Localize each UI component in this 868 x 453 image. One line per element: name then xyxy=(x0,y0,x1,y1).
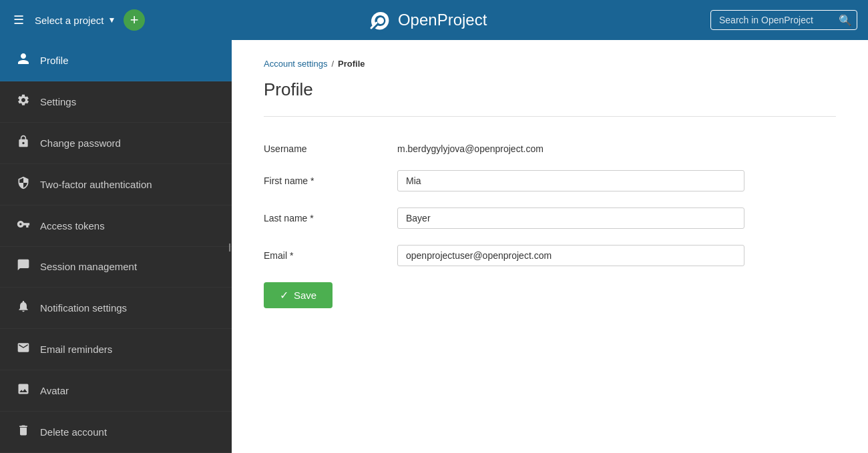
sidebar-item-settings-label: Settings xyxy=(40,96,76,107)
firstname-label: First name * xyxy=(264,170,397,186)
content-area: Account settings / Profile Profile Usern… xyxy=(232,40,868,453)
sidebar-item-delete-account-label: Delete account xyxy=(40,426,107,438)
sidebar-item-email-reminders[interactable]: Email reminders xyxy=(0,329,232,370)
sidebar-item-access-tokens[interactable]: Access tokens xyxy=(0,205,232,247)
session-icon xyxy=(16,258,31,275)
trash-icon xyxy=(16,424,31,440)
sidebar-item-two-factor-label: Two-factor authentication xyxy=(40,179,152,190)
breadcrumb-parent-link[interactable]: Account settings xyxy=(264,59,327,69)
sidebar-item-access-tokens-label: Access tokens xyxy=(40,220,105,232)
firstname-row: First name * xyxy=(264,170,836,191)
sidebar-item-settings[interactable]: Settings xyxy=(0,81,232,123)
project-selector-label: Select a project xyxy=(35,15,103,26)
main-layout: Profile Settings Change password Two-fac… xyxy=(0,40,868,453)
checkmark-icon: ✓ xyxy=(280,289,288,302)
email-row: Email * xyxy=(264,245,836,266)
user-icon xyxy=(16,52,31,69)
topnav-left: ☰ Select a project ▼ + xyxy=(11,9,145,31)
sidebar-resize-handle[interactable]: || xyxy=(226,234,232,260)
openproject-logo: OpenProject xyxy=(369,9,487,31)
sidebar-item-avatar-label: Avatar xyxy=(40,385,69,396)
breadcrumb: Account settings / Profile xyxy=(264,59,836,69)
sidebar-item-change-password-label: Change password xyxy=(40,137,121,149)
logo-icon xyxy=(369,9,393,31)
lastname-input[interactable] xyxy=(397,207,744,229)
chevron-down-icon: ▼ xyxy=(107,15,116,25)
page-title: Profile xyxy=(264,79,836,100)
sidebar-item-profile[interactable]: Profile xyxy=(0,40,232,81)
breadcrumb-current: Profile xyxy=(338,59,365,69)
shield-icon xyxy=(16,176,31,193)
sidebar-item-notification-settings-label: Notification settings xyxy=(40,302,127,314)
lock-icon xyxy=(16,135,31,151)
hamburger-icon[interactable]: ☰ xyxy=(11,10,27,30)
username-label: Username xyxy=(264,138,397,154)
bell-icon xyxy=(16,300,31,316)
sidebar-item-two-factor[interactable]: Two-factor authentication xyxy=(0,164,232,205)
username-row: Username m.berdygylyjova@openproject.com xyxy=(264,138,836,154)
sidebar-item-session-management-label: Session management xyxy=(40,261,137,272)
sidebar-item-change-password[interactable]: Change password xyxy=(0,123,232,164)
sidebar-item-delete-account[interactable]: Delete account xyxy=(0,412,232,453)
sidebar-item-notification-settings[interactable]: Notification settings xyxy=(0,288,232,329)
key-icon xyxy=(16,217,31,234)
image-icon xyxy=(16,382,31,399)
search-wrapper: 🔍 xyxy=(710,10,857,30)
email-icon xyxy=(16,341,31,358)
email-label: Email * xyxy=(264,245,397,261)
save-label: Save xyxy=(294,290,316,301)
sidebar-item-profile-label: Profile xyxy=(40,55,69,66)
sidebar-item-email-reminders-label: Email reminders xyxy=(40,344,112,355)
lastname-row: Last name * xyxy=(264,207,836,229)
sidebar: Profile Settings Change password Two-fac… xyxy=(0,40,232,453)
topnav-right: 🔍 xyxy=(710,10,857,30)
username-value: m.berdygylyjova@openproject.com xyxy=(397,138,544,154)
sidebar-item-avatar[interactable]: Avatar xyxy=(0,370,232,412)
divider xyxy=(264,116,836,117)
firstname-input[interactable] xyxy=(397,170,744,191)
search-input[interactable] xyxy=(710,10,857,30)
search-icon[interactable]: 🔍 xyxy=(839,14,852,27)
email-input[interactable] xyxy=(397,245,744,266)
add-project-button[interactable]: + xyxy=(124,9,145,31)
topnav-center: OpenProject xyxy=(145,9,710,31)
save-button[interactable]: ✓ Save xyxy=(264,282,333,308)
lastname-label: Last name * xyxy=(264,207,397,223)
project-selector[interactable]: Select a project ▼ xyxy=(35,15,116,26)
gear-icon xyxy=(16,93,31,110)
logo-text: OpenProject xyxy=(398,11,487,29)
breadcrumb-separator: / xyxy=(331,59,334,69)
sidebar-item-session-management[interactable]: Session management xyxy=(0,247,232,288)
topnav: ☰ Select a project ▼ + OpenProject 🔍 xyxy=(0,0,868,40)
